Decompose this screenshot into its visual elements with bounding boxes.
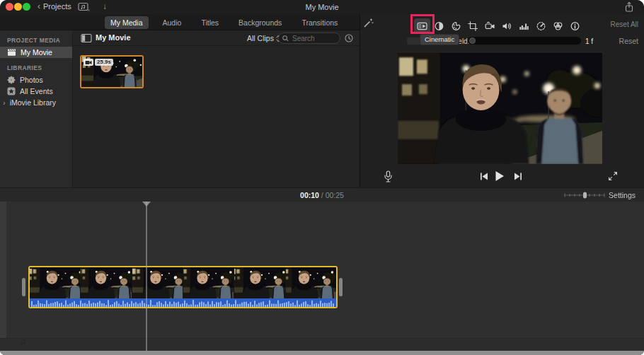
timeline-zoom-slider[interactable] bbox=[564, 192, 605, 199]
color-correction-icon[interactable] bbox=[451, 21, 461, 32]
media-browser-header: My Movie All Clips bbox=[73, 30, 360, 46]
sidebar-item-label: iMovie Library bbox=[10, 98, 56, 107]
tab-my-media[interactable]: My Media bbox=[105, 16, 149, 29]
imovie-window: ‹ Projects ↓ My Movie My Media Audio bbox=[0, 0, 644, 355]
sidebar-item-label: My Movie bbox=[21, 48, 52, 57]
clip-audio-waveform bbox=[30, 298, 336, 307]
time-separator: / bbox=[319, 191, 326, 199]
clip-filter-icon[interactable] bbox=[553, 21, 563, 32]
toggle-sidebar-icon[interactable] bbox=[81, 33, 92, 43]
crop-icon[interactable] bbox=[468, 21, 478, 32]
timeline-left-gutter bbox=[0, 202, 6, 338]
filmstrip-frame bbox=[30, 267, 80, 298]
libraries-header: LIBRARIES bbox=[0, 58, 72, 74]
tab-titles[interactable]: Titles bbox=[195, 16, 224, 29]
clips-filter-dropdown[interactable]: All Clips bbox=[247, 34, 281, 42]
stabilization-icon[interactable] bbox=[485, 21, 495, 32]
reset-button[interactable]: Reset bbox=[619, 37, 638, 45]
photos-icon bbox=[7, 76, 16, 84]
timeline-settings-button[interactable]: Settings bbox=[609, 191, 636, 199]
zoom-slider-thumb bbox=[583, 192, 587, 199]
music-note-icon: ♫ bbox=[20, 337, 26, 347]
sidebar-item-label: All Events bbox=[20, 87, 53, 95]
fullscreen-icon[interactable] bbox=[608, 171, 618, 181]
play-button[interactable] bbox=[495, 170, 505, 182]
noise-reduction-icon[interactable] bbox=[519, 21, 529, 32]
window-bottom-edge bbox=[0, 351, 644, 355]
star-icon bbox=[7, 87, 16, 95]
project-media-header: PROJECT MEDIA bbox=[0, 30, 72, 47]
sidebar-item-imovie-library[interactable]: › iMovie Library bbox=[0, 97, 72, 108]
media-pane-title: My Movie bbox=[96, 33, 131, 42]
share-icon[interactable] bbox=[623, 1, 635, 13]
timeline-audio-lane bbox=[0, 338, 644, 351]
tab-audio[interactable]: Audio bbox=[157, 16, 188, 29]
timecode-display: 00:10 / 00:25 bbox=[0, 191, 644, 199]
search-input[interactable] bbox=[291, 34, 335, 43]
tutorial-highlight-box bbox=[410, 14, 435, 34]
video-viewer bbox=[398, 53, 602, 164]
clips-filter-label: All Clips bbox=[247, 34, 274, 42]
enhance-wand-icon[interactable] bbox=[363, 18, 374, 28]
sidebar-item-label: Photos bbox=[20, 76, 43, 84]
volume-icon[interactable] bbox=[502, 21, 512, 32]
sidebar-item-my-movie[interactable]: My Movie bbox=[0, 47, 72, 58]
media-browser: My Movie All Clips bbox=[73, 30, 360, 187]
filmstrip-frame bbox=[234, 267, 284, 298]
titlebar: ‹ Projects ↓ My Movie bbox=[0, 0, 644, 14]
cinematic-tooltip: Cinematic bbox=[420, 34, 459, 45]
field-slider-knob[interactable] bbox=[469, 37, 476, 44]
media-tabbar: My Media Audio Titles Backgrounds Transi… bbox=[0, 14, 360, 30]
media-clip-thumbnail[interactable]: 25.9s bbox=[80, 55, 144, 88]
clip-trim-handle-left[interactable] bbox=[22, 278, 25, 296]
window-title: My Movie bbox=[0, 3, 644, 11]
camera-badge-icon bbox=[84, 59, 93, 66]
skip-to-end-button[interactable] bbox=[514, 173, 522, 180]
filmstrip-frame bbox=[132, 267, 183, 298]
sidebar-item-all-events[interactable]: All Events bbox=[0, 86, 72, 97]
clip-filmstrip bbox=[30, 267, 336, 298]
filmstrip-frame bbox=[183, 267, 234, 298]
clapperboard-icon bbox=[7, 48, 16, 57]
timeline-clip[interactable] bbox=[28, 266, 338, 308]
color-balance-icon[interactable] bbox=[434, 21, 444, 32]
search-field[interactable] bbox=[278, 33, 340, 44]
field-value: 1 f bbox=[585, 37, 593, 45]
current-time: 00:10 bbox=[300, 191, 319, 199]
playback-controls bbox=[360, 166, 644, 187]
clip-trim-handle-right[interactable] bbox=[339, 278, 343, 296]
video-preview-frame bbox=[398, 53, 602, 164]
reset-all-button[interactable]: Reset All bbox=[611, 21, 638, 28]
inspector-toolbar bbox=[417, 21, 580, 32]
filmstrip-frame bbox=[81, 267, 131, 298]
skip-to-start-button[interactable] bbox=[480, 173, 488, 180]
filmstrip-frame bbox=[286, 267, 336, 298]
tab-transitions[interactable]: Transitions bbox=[296, 16, 343, 29]
clip-duration-badge: 25.9s bbox=[95, 59, 113, 66]
disclosure-chevron-icon[interactable]: › bbox=[3, 98, 6, 107]
sidebar: PROJECT MEDIA My Movie LIBRARIES bbox=[0, 30, 73, 187]
voiceover-mic-icon[interactable] bbox=[384, 170, 393, 183]
playhead[interactable] bbox=[146, 202, 147, 351]
timeline-toolbar: 00:10 / 00:25 Settings bbox=[0, 187, 644, 202]
timeline: ♫ bbox=[0, 202, 644, 351]
search-filter-icon[interactable] bbox=[345, 34, 353, 42]
total-time: 00:25 bbox=[326, 191, 344, 199]
field-slider[interactable] bbox=[468, 37, 581, 45]
search-icon bbox=[282, 35, 289, 42]
tab-backgrounds[interactable]: Backgrounds bbox=[233, 16, 287, 29]
info-icon[interactable] bbox=[570, 21, 580, 32]
sidebar-item-photos[interactable]: Photos bbox=[0, 74, 72, 86]
inspector-panel: Reset All Cinematic Field: 1 f Reset bbox=[360, 14, 644, 187]
speed-icon[interactable] bbox=[536, 21, 546, 32]
